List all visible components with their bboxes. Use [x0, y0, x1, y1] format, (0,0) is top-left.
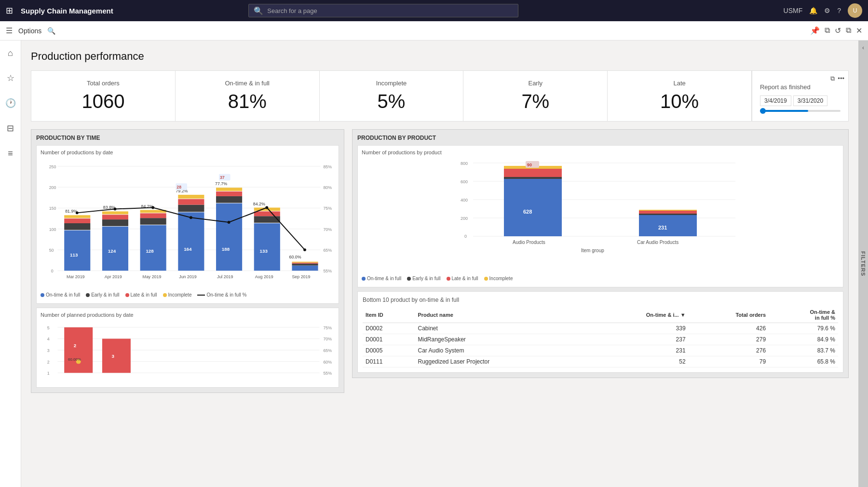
svg-text:Car Audio Products: Car Audio Products — [637, 240, 678, 245]
refresh-icon[interactable]: ↺ — [835, 26, 841, 35]
sidebar-recent-icon[interactable]: 🕐 — [2, 95, 19, 112]
close-icon[interactable]: ✕ — [856, 26, 862, 35]
legend-early: Early & in full — [86, 292, 119, 298]
legend-prod-early-dot — [407, 277, 411, 281]
svg-text:70%: 70% — [323, 227, 332, 232]
bar-jun-yellow[interactable] — [178, 195, 204, 199]
car-audio-blue[interactable] — [639, 215, 697, 236]
sidebar-home-icon[interactable]: ⌂ — [2, 44, 19, 62]
bar-jun-blue[interactable] — [178, 212, 204, 271]
kpi-early-value: 7% — [473, 91, 597, 112]
audio-red[interactable] — [504, 169, 562, 177]
svg-text:0: 0 — [464, 234, 467, 239]
app-grid-icon[interactable]: ⊞ — [6, 5, 13, 16]
audio-black[interactable] — [504, 177, 562, 179]
date-range-slider[interactable] — [760, 110, 841, 112]
popout-icon[interactable]: ⧉ — [846, 26, 851, 35]
svg-text:37: 37 — [220, 176, 225, 180]
svg-text:60.0%: 60.0% — [289, 255, 301, 259]
planned-bar-area: 5 4 3 2 1 75% 70% 65% 60% 55% — [41, 321, 335, 383]
bar-may-red[interactable] — [140, 213, 166, 218]
bar-jul-black[interactable] — [216, 196, 242, 203]
bar-apr-black[interactable] — [102, 219, 128, 226]
line-point-aug — [265, 206, 268, 209]
bar-sep-red[interactable] — [292, 263, 318, 264]
planned-bar-1-red[interactable] — [64, 327, 93, 373]
legend-prod-late-dot — [447, 277, 450, 281]
search-input[interactable] — [267, 7, 513, 14]
bar-sep-yellow[interactable] — [292, 262, 318, 263]
planned-bar-2-red[interactable] — [102, 338, 131, 373]
product-chart-legend: On-time & in full Early & in full Late &… — [362, 274, 839, 283]
filters-arrow-icon[interactable]: ‹ — [862, 44, 864, 51]
legend-early-label: Early & in full — [91, 292, 119, 298]
legend-ontime-dot — [41, 293, 44, 297]
svg-text:Mar 2019: Mar 2019 — [67, 274, 84, 279]
copy-icon[interactable]: ⧉ — [825, 26, 830, 35]
cell-id-2: D0005 — [363, 345, 415, 356]
global-search-bar[interactable]: 🔍 — [248, 4, 518, 17]
car-audio-black[interactable] — [639, 214, 697, 215]
bar-apr-yellow[interactable] — [102, 211, 128, 214]
bar-sep-blue[interactable] — [292, 266, 318, 271]
user-avatar[interactable]: U — [848, 3, 862, 18]
legend-line-label: On-time & in full % — [206, 292, 246, 298]
sidebar-favorites-icon[interactable]: ☆ — [2, 69, 19, 87]
kpi-incomplete-label: Incomplete — [329, 80, 454, 87]
bar-aug-red[interactable] — [254, 211, 280, 216]
notification-icon[interactable]: 🔔 — [809, 7, 817, 14]
sidebar-modules-icon[interactable]: ≡ — [2, 145, 19, 162]
bar-jul-blue[interactable] — [216, 203, 242, 271]
slider-fill — [760, 110, 808, 112]
car-audio-yellow[interactable] — [639, 210, 697, 211]
app-title: Supply Chain Management — [21, 7, 113, 15]
bar-aug-black[interactable] — [254, 216, 280, 223]
bar-mar-red[interactable] — [64, 218, 90, 223]
hamburger-menu-icon[interactable]: ☰ — [6, 26, 13, 35]
bar-mar-yellow[interactable] — [64, 215, 90, 218]
more-icon[interactable]: ••• — [838, 75, 844, 82]
bar-mar-blue[interactable] — [64, 230, 90, 271]
bar-jun-red[interactable] — [178, 199, 204, 205]
product-bar-area: 800 600 400 200 0 — [362, 158, 839, 274]
help-icon[interactable]: ? — [837, 7, 841, 14]
cell-ontime-1: 237 — [588, 334, 689, 345]
filters-sidebar[interactable]: FILTERS ‹ — [858, 41, 868, 487]
audio-blue[interactable] — [504, 179, 562, 236]
bottom-10-table: Bottom 10 product by on-time & in full I… — [357, 291, 843, 373]
top-bar-right-icons: USMF 🔔 ⚙ ? U — [784, 3, 862, 18]
cell-name-2: Car Audio System — [415, 345, 587, 356]
date-start[interactable]: 3/4/2019 — [760, 95, 791, 106]
line-point-may — [151, 206, 154, 209]
slider-thumb[interactable] — [760, 108, 766, 114]
bar-may-black[interactable] — [140, 218, 166, 225]
bar-jul-red[interactable] — [216, 191, 242, 196]
content-area: Production performance Total orders 1060… — [21, 41, 858, 487]
date-end[interactable]: 3/31/2020 — [793, 95, 827, 106]
secondary-search-icon[interactable]: 🔍 — [47, 27, 55, 35]
main-layout: ⌂ ☆ 🕐 ⊟ ≡ Production performance Total o… — [0, 41, 868, 487]
sidebar-workspaces-icon[interactable]: ⊟ — [2, 120, 19, 137]
legend-line: On-time & in full % — [197, 292, 246, 298]
bar-jun-black[interactable] — [178, 205, 204, 212]
cell-name-3: Ruggedized Laser Projector — [415, 356, 587, 367]
svg-text:200: 200 — [49, 185, 56, 190]
col-product-name: Product name — [415, 307, 587, 323]
svg-text:800: 800 — [461, 161, 468, 166]
table-title: Bottom 10 product by on-time & in full — [363, 297, 838, 303]
bar-aug-blue[interactable] — [254, 223, 280, 271]
svg-text:2: 2 — [74, 343, 77, 348]
expand-icon[interactable]: ⧉ — [830, 75, 835, 82]
car-audio-red[interactable] — [639, 211, 697, 214]
planned-chart-svg: 5 4 3 2 1 75% 70% 65% 60% 55% — [41, 321, 335, 383]
cell-id-1: D0001 — [363, 334, 415, 345]
settings-icon[interactable]: ⚙ — [824, 7, 830, 14]
cell-ontime-2: 231 — [588, 345, 689, 356]
bar-apr-red[interactable] — [102, 215, 128, 219]
bar-mar-black[interactable] — [64, 223, 90, 230]
top-navigation-bar: ⊞ Supply Chain Management 🔍 USMF 🔔 ⚙ ? U — [0, 0, 868, 21]
options-label: Options — [18, 27, 41, 35]
bar-sep-black[interactable] — [292, 264, 318, 266]
bar-jul-yellow[interactable] — [216, 188, 242, 191]
pin-icon[interactable]: 📌 — [810, 26, 820, 35]
